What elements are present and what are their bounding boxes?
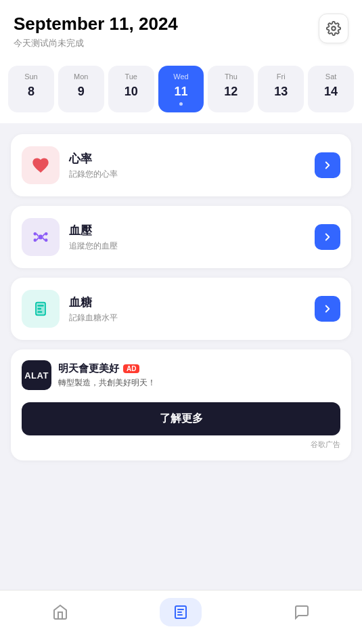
day-number-mon: 9 [78, 85, 85, 99]
day-label-mon: Mon [74, 72, 88, 81]
ad-header: ALAT 明天會更美好 AD 轉型製造，共創美好明天！ [22, 360, 340, 390]
header-text: September 11, 2024 今天测试尚未完成 [14, 14, 178, 49]
records-icon [172, 603, 189, 621]
heart-rate-text: 心率 記錄您的心率 [69, 151, 305, 180]
svg-point-5 [45, 238, 48, 242]
svg-line-6 [37, 234, 38, 236]
nav-item-home[interactable] [37, 593, 84, 631]
ad-logo: ALAT [22, 360, 51, 390]
nav-item-records-highlight [160, 598, 202, 626]
day-number-wed: 11 [174, 85, 187, 99]
day-fri[interactable]: Fri 13 [258, 66, 304, 112]
day-tue[interactable]: Tue 10 [108, 66, 154, 112]
svg-point-3 [45, 232, 48, 236]
svg-rect-11 [37, 305, 43, 306]
ad-footer: 谷歌广告 [22, 439, 340, 450]
svg-line-9 [43, 238, 45, 240]
day-number-sun: 8 [28, 85, 35, 99]
ad-badge: AD [123, 364, 139, 373]
day-label-tue: Tue [125, 72, 137, 81]
blood-pressure-icon-wrap [22, 218, 60, 256]
day-number-fri: 13 [274, 85, 288, 99]
svg-rect-13 [37, 312, 42, 313]
chevron-right-icon [321, 159, 334, 171]
day-label-wed: Wed [173, 72, 188, 81]
svg-line-8 [37, 238, 38, 240]
chevron-right-icon [321, 303, 334, 315]
blood-pressure-card[interactable]: 血壓 追蹤您的血壓 [11, 206, 351, 268]
day-sun[interactable]: Sun 8 [8, 66, 54, 112]
ad-card: ALAT 明天會更美好 AD 轉型製造，共創美好明天！ 了解更多 谷歌广告 [11, 349, 351, 460]
day-number-thu: 12 [224, 85, 237, 99]
heart-rate-icon-wrap [22, 146, 60, 184]
ad-info: 明天會更美好 AD 轉型製造，共創美好明天！ [58, 362, 340, 389]
blood-sugar-title: 血糖 [69, 295, 305, 310]
home-icon [51, 603, 69, 621]
ad-learn-more-button[interactable]: 了解更多 [22, 402, 340, 435]
heart-rate-card[interactable]: 心率 記錄您的心率 [11, 134, 351, 196]
nav-item-records[interactable] [157, 593, 204, 631]
blood-sugar-text: 血糖 記錄血糖水平 [69, 295, 305, 324]
day-sat[interactable]: Sat 14 [308, 66, 354, 112]
svg-point-2 [34, 232, 37, 236]
active-day-dot [179, 102, 183, 106]
header: September 11, 2024 今天测试尚未完成 [0, 0, 362, 60]
day-label-sat: Sat [325, 72, 337, 81]
heart-rate-title: 心率 [69, 151, 305, 167]
blood-pressure-arrow-button[interactable] [315, 224, 340, 250]
svg-point-1 [39, 235, 43, 240]
messages-icon [293, 603, 311, 621]
blood-sugar-subtitle: 記錄血糖水平 [69, 312, 305, 324]
heart-rate-subtitle: 記錄您的心率 [69, 169, 305, 180]
app-container: September 11, 2024 今天测试尚未完成 Sun 8 Mon 9 … [0, 0, 362, 644]
day-number-sat: 14 [324, 85, 338, 99]
settings-button[interactable] [319, 14, 348, 43]
calendar-strip: Sun 8 Mon 9 Tue 10 Wed 11 Thu 12 Fri 13 … [0, 60, 362, 123]
blood-pressure-icon [31, 228, 50, 246]
blood-pressure-subtitle: 追蹤您的血壓 [69, 240, 305, 252]
day-label-sun: Sun [24, 72, 38, 81]
day-label-fri: Fri [277, 72, 286, 81]
svg-rect-12 [37, 308, 41, 309]
heart-rate-arrow-button[interactable] [315, 152, 340, 178]
blood-sugar-arrow-button[interactable] [315, 296, 340, 322]
day-number-tue: 10 [125, 85, 138, 99]
blood-pressure-title: 血壓 [69, 223, 305, 238]
blood-pressure-text: 血壓 追蹤您的血壓 [69, 223, 305, 252]
day-thu[interactable]: Thu 12 [208, 66, 254, 112]
heart-icon [31, 156, 50, 175]
ad-description: 轉型製造，共創美好明天！ [58, 377, 340, 389]
header-subtitle: 今天测试尚未完成 [14, 37, 178, 49]
chevron-right-icon [321, 231, 334, 243]
blood-sugar-card[interactable]: 血糖 記錄血糖水平 [11, 278, 351, 340]
svg-line-7 [43, 234, 45, 236]
svg-point-0 [332, 26, 336, 30]
day-wed[interactable]: Wed 11 [158, 66, 204, 112]
page-title: September 11, 2024 [14, 14, 178, 35]
blood-sugar-icon [31, 299, 50, 318]
nav-item-messages[interactable] [278, 593, 325, 631]
svg-point-4 [34, 238, 37, 242]
ad-name: 明天會更美好 [58, 362, 119, 375]
blood-sugar-icon-wrap [22, 290, 60, 328]
gear-icon [326, 21, 341, 36]
ad-title-row: 明天會更美好 AD [58, 362, 340, 375]
day-mon[interactable]: Mon 9 [58, 66, 104, 112]
bottom-navigation [0, 590, 362, 644]
day-label-thu: Thu [225, 72, 237, 81]
main-content: 心率 記錄您的心率 [0, 123, 362, 644]
